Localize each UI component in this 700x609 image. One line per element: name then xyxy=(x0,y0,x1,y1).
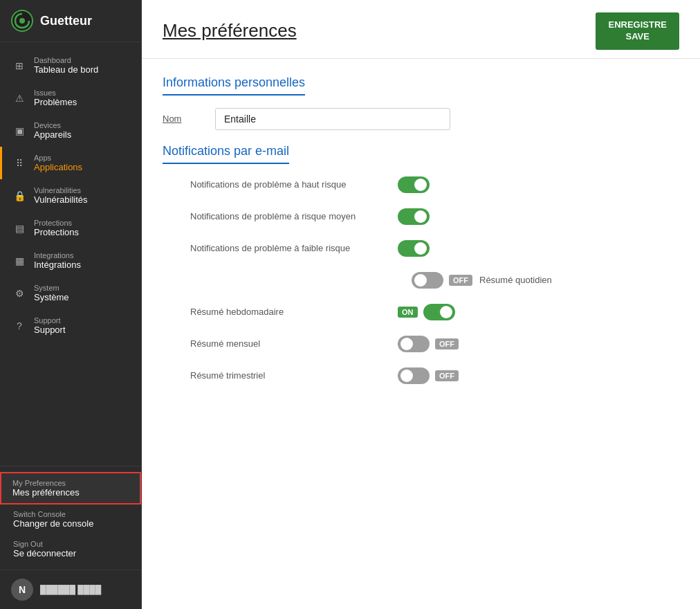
daily-summary-row: OFF Résumé quotidien xyxy=(163,272,679,289)
dashboard-icon: ⊞ xyxy=(13,60,26,72)
user-name: ██████ ████ xyxy=(40,585,101,594)
sidebar-item-dashboard[interactable]: ⊞ Dashboard Tableau de bord xyxy=(0,49,141,82)
low-risk-label: Notifications de problème à faible risqu… xyxy=(190,243,398,253)
sidebar-item-support[interactable]: ? Support Support xyxy=(0,309,141,342)
bottom-item-preferences-fr: Mes préférences xyxy=(12,487,129,498)
sidebar-item-vulnerabilities[interactable]: 🔒 Vulnerabilities Vulnérabilités xyxy=(0,179,141,212)
logo-text: Guetteur xyxy=(40,14,92,28)
medium-risk-label: Notifications de problème à risque moyen xyxy=(190,211,398,221)
medium-risk-toggle[interactable] xyxy=(398,208,430,225)
sidebar-item-issues[interactable]: ⚠ Issues Problèmes xyxy=(0,82,141,114)
sidebar-item-support-fr: Support xyxy=(34,325,66,335)
sidebar-item-apps-fr: Applications xyxy=(34,162,82,172)
monthly-summary-label: Résumé mensuel xyxy=(190,338,398,349)
save-button[interactable]: ENREGISTRE SAVE xyxy=(596,12,679,50)
sidebar-bottom: My Preferences Mes préférences Switch Co… xyxy=(0,466,141,570)
save-fr-label: SAVE xyxy=(626,31,650,42)
sidebar-item-devices[interactable]: ▣ Devices Appareils xyxy=(0,114,141,147)
monthly-summary-status: OFF xyxy=(435,338,459,349)
quarterly-summary-status: OFF xyxy=(435,370,459,381)
system-icon: ⚙ xyxy=(13,287,26,300)
high-risk-label: Notifications de problème à haut risque xyxy=(190,179,398,190)
sidebar-item-devices-fr: Appareils xyxy=(34,129,71,140)
name-form-row: Nom xyxy=(163,108,679,130)
email-notifications-section: Notifications par e-mail Notifications d… xyxy=(163,144,679,384)
integrations-icon: ▦ xyxy=(13,255,26,267)
quarterly-summary-label: Résumé trimestriel xyxy=(190,370,398,381)
sidebar-item-system-fr: Système xyxy=(34,292,69,302)
sidebar-item-protections[interactable]: ▤ Protections Protections xyxy=(0,212,141,244)
devices-icon: ▣ xyxy=(13,125,26,137)
personal-info-section: Informations personnelles Nom xyxy=(163,75,679,130)
weekly-summary-status: ON xyxy=(398,307,418,318)
bottom-item-sign-out[interactable]: Sign Out Se déconnecter xyxy=(0,534,141,564)
bottom-item-switch-fr: Changer de console xyxy=(13,518,130,529)
high-risk-toggle-row: Notifications de problème à haut risque xyxy=(163,176,679,193)
sidebar-item-protections-fr: Protections xyxy=(34,227,79,237)
lookout-logo-icon xyxy=(11,10,33,32)
sidebar-item-apps-en: Apps xyxy=(34,154,82,162)
sidebar-item-system[interactable]: ⚙ System Système xyxy=(0,277,141,309)
name-label: Nom xyxy=(163,113,204,124)
sidebar-item-dashboard-fr: Tableau de bord xyxy=(34,64,98,75)
svg-point-1 xyxy=(19,18,25,24)
weekly-summary-row: Résumé hebdomadaire ON xyxy=(163,304,679,320)
sidebar-item-devices-en: Devices xyxy=(34,121,71,129)
sidebar-item-dashboard-en: Dashboard xyxy=(34,56,98,64)
bottom-item-signout-en: Sign Out xyxy=(13,540,130,548)
issues-icon: ⚠ xyxy=(13,92,26,104)
bottom-item-preferences-en: My Preferences xyxy=(12,479,129,487)
avatar: N xyxy=(11,579,33,601)
support-icon: ? xyxy=(13,320,26,332)
sidebar-item-protections-en: Protections xyxy=(34,219,79,227)
sidebar-item-integrations-fr: Intégrations xyxy=(34,260,81,270)
sidebar-item-issues-en: Issues xyxy=(34,89,77,97)
apps-icon: ⠿ xyxy=(13,157,26,170)
daily-summary-label: Résumé quotidien xyxy=(479,275,552,285)
daily-summary-status: OFF xyxy=(449,275,472,286)
logo-area: Guetteur xyxy=(0,0,141,42)
monthly-summary-toggle[interactable] xyxy=(398,336,430,352)
save-en-label: ENREGISTRE xyxy=(608,19,667,30)
bottom-item-signout-fr: Se déconnecter xyxy=(13,548,130,558)
bottom-item-switch-console[interactable]: Switch Console Changer de console xyxy=(0,505,141,534)
sidebar-item-apps[interactable]: ⠿ Apps Applications xyxy=(0,147,141,179)
monthly-summary-row: Résumé mensuel OFF xyxy=(163,336,679,352)
sidebar-item-support-en: Support xyxy=(34,316,66,325)
personal-info-title: Informations personnelles xyxy=(163,75,305,96)
bottom-item-switch-en: Switch Console xyxy=(13,510,130,518)
low-risk-toggle-row: Notifications de problème à faible risqu… xyxy=(163,240,679,257)
quarterly-summary-row: Résumé trimestriel OFF xyxy=(163,367,679,384)
sidebar-item-vulnerabilities-fr: Vulnérabilités xyxy=(34,194,88,205)
sidebar-item-issues-fr: Problèmes xyxy=(34,97,77,107)
email-notifications-title: Notifications par e-mail xyxy=(163,144,289,164)
daily-summary-toggle[interactable] xyxy=(412,272,443,289)
sidebar-item-vulnerabilities-en: Vulnerabilities xyxy=(34,186,88,194)
high-risk-toggle[interactable] xyxy=(398,176,430,193)
name-input[interactable] xyxy=(215,108,450,130)
preferences-content: Informations personnelles Nom Notificati… xyxy=(142,59,700,416)
low-risk-toggle[interactable] xyxy=(398,240,430,257)
sidebar-item-integrations[interactable]: ▦ Integrations Intégrations xyxy=(0,244,141,277)
main-nav: ⊞ Dashboard Tableau de bord ⚠ Issues Pro… xyxy=(0,42,141,466)
weekly-summary-label: Résumé hebdomadaire xyxy=(190,307,398,317)
sidebar-item-system-en: System xyxy=(34,284,69,292)
main-content-area: Mes préférences ENREGISTRE SAVE Informat… xyxy=(142,0,700,609)
sidebar-item-integrations-en: Integrations xyxy=(34,251,81,260)
protections-icon: ▤ xyxy=(13,222,26,235)
quarterly-summary-toggle[interactable] xyxy=(398,367,430,384)
vulnerabilities-icon: 🔒 xyxy=(13,190,26,202)
user-area: N ██████ ████ xyxy=(0,570,141,609)
bottom-item-preferences[interactable]: My Preferences Mes préférences xyxy=(0,472,141,505)
sidebar: Guetteur ⊞ Dashboard Tableau de bord ⚠ I… xyxy=(0,0,142,609)
page-header: Mes préférences ENREGISTRE SAVE xyxy=(142,0,700,59)
medium-risk-toggle-row: Notifications de problème à risque moyen xyxy=(163,208,679,225)
weekly-summary-toggle[interactable] xyxy=(423,304,455,320)
page-title: Mes préférences xyxy=(163,20,297,42)
